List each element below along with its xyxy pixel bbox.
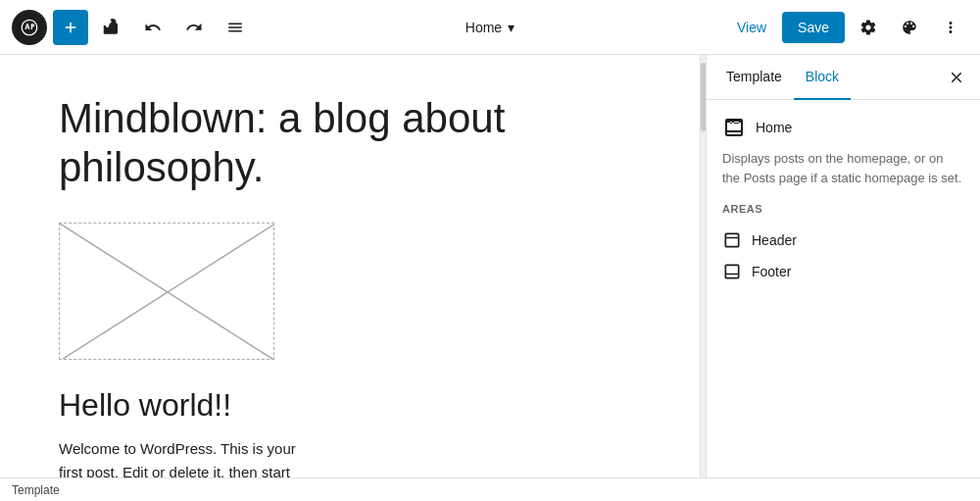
main-area: Mindblown: a blog about philosophy. Hell…: [0, 55, 980, 477]
area-footer-label: Footer: [752, 264, 791, 279]
template-row: Home: [722, 116, 964, 139]
toolbar-center: Home ▾: [257, 14, 723, 41]
page-title-text: Home: [466, 20, 502, 35]
undo-button[interactable]: [135, 10, 171, 45]
footer-area-icon: [722, 262, 742, 281]
toolbar-right: View Save: [727, 10, 968, 45]
page-title-button[interactable]: Home ▾: [456, 14, 524, 41]
scroll-thumb: [701, 63, 706, 131]
editor-scroll-area[interactable]: Mindblown: a blog about philosophy. Hell…: [0, 55, 700, 477]
tab-template[interactable]: Template: [714, 55, 794, 100]
redo-button[interactable]: [176, 10, 212, 45]
area-header-label: Header: [752, 232, 797, 248]
toolbar: Home ▾ View Save: [0, 0, 980, 55]
scroll-track[interactable]: [700, 55, 706, 477]
settings-button[interactable]: [851, 10, 886, 45]
header-area-icon: [722, 230, 742, 250]
tools-button[interactable]: [94, 10, 129, 45]
editor-content: Mindblown: a blog about philosophy. Hell…: [0, 55, 700, 477]
right-panel: Template Block Home Displays posts on th…: [706, 55, 980, 477]
areas-label: AREAS: [722, 203, 964, 215]
post-excerpt: Welcome to WordPress. This is your first…: [59, 437, 314, 477]
template-desc: Displays posts on the homepage, or on th…: [722, 149, 964, 187]
chevron-down-icon: ▾: [508, 20, 514, 35]
save-button[interactable]: Save: [782, 12, 845, 43]
status-label: Template: [12, 483, 60, 497]
panel-tabs: Template Block: [707, 55, 980, 100]
wp-logo: [12, 10, 47, 45]
more-options-button[interactable]: [933, 10, 968, 45]
post-title: Hello world!!: [59, 387, 641, 424]
template-name: Home: [756, 120, 792, 135]
area-item-footer[interactable]: Footer: [722, 256, 964, 287]
template-icon: [722, 116, 746, 139]
blog-title: Mindblown: a blog about philosophy.: [59, 94, 641, 193]
area-item-header[interactable]: Header: [722, 225, 964, 256]
status-bar: Template: [0, 477, 980, 501]
tab-block[interactable]: Block: [794, 55, 851, 100]
editor-wrapper: Mindblown: a blog about philosophy. Hell…: [0, 55, 706, 477]
toolbar-left: [12, 10, 253, 45]
view-button[interactable]: View: [727, 14, 776, 41]
add-block-button[interactable]: [53, 10, 88, 45]
theme-button[interactable]: [892, 10, 927, 45]
list-view-button[interactable]: [218, 10, 253, 45]
panel-body: Home Displays posts on the homepage, or …: [707, 100, 980, 477]
featured-image-placeholder: [59, 223, 274, 360]
panel-close-button[interactable]: [941, 62, 972, 93]
